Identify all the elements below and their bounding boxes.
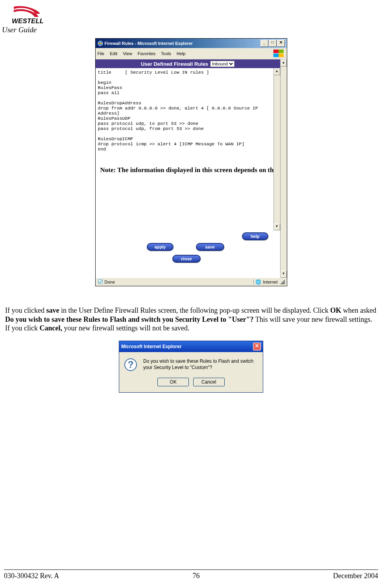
save-button[interactable]: save <box>196 243 224 251</box>
scroll-down-icon[interactable]: ▼ <box>274 223 280 230</box>
textarea-scrollbar[interactable]: ▲ ▼ <box>273 68 280 230</box>
panel-title: User Defined Firewall Rules <box>141 61 208 67</box>
ok-button[interactable]: OK <box>157 378 189 386</box>
question-icon: ? <box>124 358 137 373</box>
menu-view[interactable]: View <box>123 51 132 56</box>
instruction-paragraph: If you clicked save in the User Define F… <box>4 306 378 333</box>
footer-date: December 2004 <box>333 572 378 580</box>
dialog-titlebar[interactable]: Microsoft Internet Explorer ✕ <box>119 341 263 352</box>
apply-button[interactable]: apply <box>147 243 174 251</box>
direction-select[interactable]: Inbound <box>210 61 235 67</box>
scroll-up-icon[interactable]: ▲ <box>281 59 287 67</box>
confirm-dialog: Microsoft Internet Explorer ✕ ? Do you w… <box>119 341 263 393</box>
ie-window-firewall-rules: Firewall Rules - Microsoft Internet Expl… <box>95 38 287 286</box>
dialog-message: Do you wish to save these Rules to Flash… <box>143 358 258 371</box>
done-icon <box>98 279 103 285</box>
cancel-button[interactable]: Cancel <box>193 378 225 386</box>
rules-text-content: title [ Security Level Low IN rules ] be… <box>98 70 258 152</box>
menu-favorites[interactable]: Favorites <box>138 51 155 56</box>
windows-flag-icon <box>273 49 285 58</box>
scroll-down-icon[interactable]: ▼ <box>281 271 287 278</box>
user-guide-label: User Guide <box>2 26 378 34</box>
westell-logo: WESTELL <box>12 6 378 25</box>
scroll-up-icon[interactable]: ▲ <box>274 68 280 75</box>
dialog-title: Microsoft Internet Explorer <box>121 344 181 349</box>
menu-edit[interactable]: Edit <box>110 51 117 56</box>
close-window-button[interactable]: ✕ <box>277 40 285 47</box>
help-button[interactable]: help <box>242 232 268 240</box>
page-footer: 030-300432 Rev. A 76 December 2004 <box>4 569 378 580</box>
minimize-button[interactable]: _ <box>260 40 268 47</box>
menu-file[interactable]: File <box>98 51 105 56</box>
svg-text:?: ? <box>128 359 134 370</box>
note-overlay: Note: The information displayed in this … <box>100 166 266 174</box>
footer-revision: 030-300432 Rev. A <box>4 572 59 580</box>
zone-text: Internet <box>263 280 277 284</box>
svg-text:WESTELL: WESTELL <box>12 17 44 25</box>
rules-textarea[interactable]: title [ Security Level Low IN rules ] be… <box>96 68 273 230</box>
internet-zone-icon: 🌐 <box>255 279 261 285</box>
menu-help[interactable]: Help <box>177 51 186 56</box>
footer-page-number: 76 <box>192 572 199 580</box>
status-text: Done <box>105 280 115 284</box>
page-scrollbar[interactable]: ▲ ▼ <box>280 59 287 278</box>
ie-icon <box>98 41 103 46</box>
resize-grip-icon[interactable] <box>280 280 285 284</box>
menu-tools[interactable]: Tools <box>161 51 171 56</box>
close-button[interactable]: close <box>172 255 201 263</box>
dialog-close-button[interactable]: ✕ <box>253 343 261 351</box>
window-title: Firewall Rules - Microsoft Internet Expl… <box>105 41 193 46</box>
maximize-button[interactable]: □ <box>269 40 277 47</box>
window-titlebar[interactable]: Firewall Rules - Microsoft Internet Expl… <box>96 39 287 48</box>
panel-header: User Defined Firewall Rules Inbound <box>96 59 280 68</box>
